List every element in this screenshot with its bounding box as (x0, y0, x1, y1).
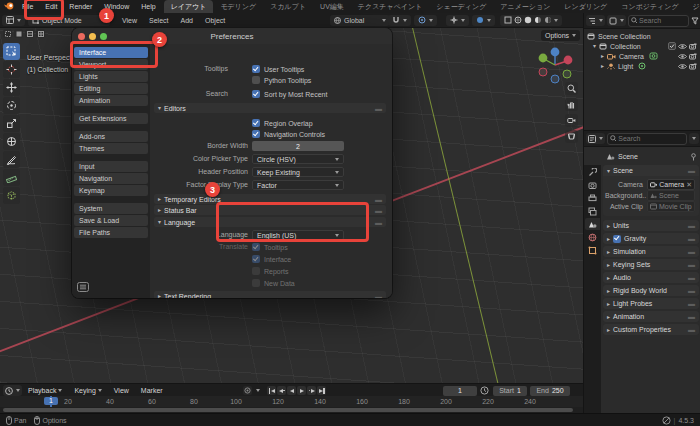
panel-light-probes[interactable]: ▸Light Probes▬ (603, 298, 699, 309)
sidebar-item-lights[interactable]: Lights (74, 71, 148, 82)
properties-tab-render[interactable] (585, 179, 600, 191)
hide-eye-icon[interactable] (678, 53, 687, 60)
properties-tab-view-layer[interactable] (585, 205, 600, 217)
snap-toggle[interactable] (388, 15, 411, 26)
clear-icon[interactable]: ✕ (686, 181, 692, 189)
background-scene-field[interactable]: Scene (647, 190, 695, 201)
panel-keying-sets[interactable]: ▸Keying Sets▬ (603, 259, 699, 270)
panel-units[interactable]: ▸Units▬ (603, 220, 699, 231)
sidebar-item-input[interactable]: Input (74, 161, 148, 172)
workspace-tab-sculpt[interactable]: スカルプト (263, 0, 313, 13)
editor-type-dropdown[interactable] (2, 15, 25, 26)
viewport-menu-select[interactable]: Select (143, 14, 174, 27)
zoom-icon[interactable] (565, 82, 578, 95)
tool-transform[interactable] (3, 133, 20, 150)
perspective-toggle-icon[interactable] (565, 130, 578, 143)
end-frame-field[interactable]: End250 (530, 386, 570, 396)
hide-eye-icon[interactable] (678, 63, 687, 70)
sidebar-item-navigation[interactable]: Navigation (74, 173, 148, 184)
sidebar-item-get-extensions[interactable]: Get Extensions (74, 113, 148, 124)
camera-view-icon[interactable] (565, 114, 578, 127)
region-overlap-checkbox[interactable] (252, 119, 260, 127)
timeline-ruler[interactable]: 20 40 60 80 100 120 140 160 180 200 220 … (0, 396, 583, 407)
translate-new-data-checkbox[interactable] (252, 279, 260, 287)
gravity-checkbox[interactable] (613, 235, 621, 243)
outliner-row-collection[interactable]: ▾ Collection (587, 41, 698, 51)
filter-icon[interactable] (691, 17, 699, 25)
menu-render[interactable]: Render (63, 0, 98, 13)
sidebar-item-system[interactable]: System (74, 203, 148, 214)
translate-reports-checkbox[interactable] (252, 267, 260, 275)
tool-select-box[interactable] (3, 43, 20, 60)
properties-search[interactable] (607, 133, 687, 145)
select-mode-buttons[interactable] (3, 29, 45, 39)
current-frame-field[interactable]: 1 (443, 386, 477, 396)
tool-cursor[interactable] (3, 61, 20, 78)
outliner-row-camera[interactable]: ▸ Camera (587, 51, 698, 61)
render-visibility-icon[interactable] (689, 63, 698, 70)
orientation-dropdown[interactable]: Global (330, 15, 390, 26)
outliner-row-light[interactable]: ▸ Light (587, 61, 698, 71)
expand-arrow-icon[interactable]: ▾ (593, 43, 596, 49)
render-visibility-icon[interactable] (689, 43, 698, 50)
properties-tab-object[interactable] (585, 244, 600, 256)
workspace-tab-geometry[interactable]: ジオメ (686, 0, 700, 13)
editors-section-header[interactable]: ▾Editors▬ (154, 103, 386, 113)
workspace-tab-texture-paint[interactable]: テクスチャペイント (351, 0, 429, 13)
properties-tab-world[interactable] (585, 231, 600, 243)
header-position-dropdown[interactable]: Keep Existing (252, 167, 344, 177)
workspace-tab-compositing[interactable]: コンポジティング (614, 0, 685, 13)
tool-annotate[interactable] (3, 151, 20, 168)
properties-tab-tool[interactable] (585, 166, 600, 178)
translate-interface-checkbox[interactable] (252, 255, 260, 263)
workspace-tab-animation[interactable]: アニメーション (493, 0, 557, 13)
translate-tooltips-checkbox[interactable] (252, 243, 260, 251)
render-visibility-icon[interactable] (689, 53, 698, 60)
timeline-editor-dropdown[interactable] (3, 385, 22, 396)
scrollbar-thumb[interactable] (3, 408, 573, 412)
properties-tab-scene[interactable] (585, 218, 600, 230)
navigation-controls-checkbox[interactable] (252, 130, 260, 138)
current-frame-badge[interactable]: 1 (44, 397, 58, 405)
properties-editor-dropdown[interactable] (586, 133, 605, 144)
active-clip-field[interactable]: Movie Clip (647, 201, 695, 212)
start-frame-field[interactable]: Start1 (493, 386, 527, 396)
scene-camera-field[interactable]: Camera ✕ (647, 179, 695, 190)
workspace-tab-shading[interactable]: シェーディング (429, 0, 493, 13)
macos-minimize-button[interactable] (89, 33, 96, 40)
viewport-menu-add[interactable]: Add (175, 14, 199, 27)
panel-simulation[interactable]: ▸Simulation▬ (603, 246, 699, 257)
proportional-edit-toggle[interactable] (414, 15, 437, 26)
outliner-row-scene-collection[interactable]: Scene Collection (587, 31, 698, 41)
macos-close-button[interactable] (78, 33, 85, 40)
viewport-menu-object[interactable]: Object (199, 14, 231, 27)
tool-rotate[interactable] (3, 97, 20, 114)
panel-audio[interactable]: ▸Audio▬ (603, 272, 699, 283)
pin-icon[interactable] (690, 153, 697, 161)
panel-rigid-body-world[interactable]: ▸Rigid Body World▬ (603, 285, 699, 296)
user-tooltips-checkbox[interactable] (252, 65, 260, 73)
next-keyframe-button[interactable] (307, 386, 316, 395)
color-picker-dropdown[interactable]: Circle (HSV) (252, 154, 344, 164)
panel-custom-properties[interactable]: ▸Custom Properties▬ (603, 324, 699, 335)
factor-display-dropdown[interactable]: Factor (252, 180, 344, 190)
jump-to-end-button[interactable] (317, 386, 326, 395)
hide-eye-icon[interactable] (678, 43, 687, 50)
overlays-toggle[interactable] (472, 15, 495, 26)
tool-add-cube[interactable] (3, 187, 20, 204)
preferences-menu-icon[interactable] (77, 282, 89, 292)
workspace-tab-layout[interactable]: レイアウト (164, 0, 214, 13)
shading-mode-buttons[interactable] (500, 15, 562, 26)
panel-animation[interactable]: ▸Animation▬ (603, 311, 699, 322)
options-button[interactable]: Options (541, 30, 580, 41)
gizmo-toggle[interactable] (446, 15, 469, 26)
workspace-tab-uv[interactable]: UV編集 (313, 0, 351, 13)
keying-extra-dropdown[interactable] (256, 389, 260, 392)
panel-gravity[interactable]: ▸Gravity▬ (603, 233, 699, 244)
preview-range-clock-icon[interactable] (480, 386, 489, 396)
sidebar-item-file-paths[interactable]: File Paths (74, 227, 148, 238)
sidebar-item-addons[interactable]: Add-ons (74, 131, 148, 142)
sidebar-item-save-load[interactable]: Save & Load (74, 215, 148, 226)
sidebar-item-editing[interactable]: Editing (74, 83, 148, 94)
sidebar-item-animation[interactable]: Animation (74, 95, 148, 106)
